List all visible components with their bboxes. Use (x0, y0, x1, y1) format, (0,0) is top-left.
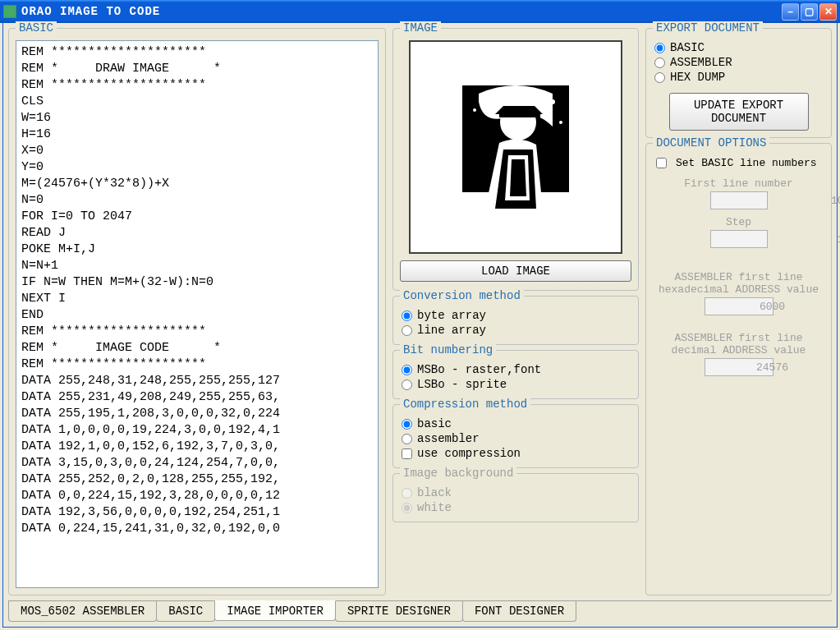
close-button[interactable]: ✕ (819, 3, 837, 21)
conversion-byte-array-option[interactable]: byte array (400, 308, 631, 323)
conversion-line-array-option[interactable]: line array (400, 323, 631, 338)
conversion-legend: Conversion method (400, 289, 524, 302)
export-assembler-radio[interactable] (654, 57, 665, 68)
right-column: EXPORT DOCUMENT BASIC ASSEMBLER HEX DUMP… (645, 28, 832, 596)
set-line-numbers-checkbox[interactable] (656, 158, 667, 168)
bitnum-lsbo-label: LSBo - sprite (417, 378, 507, 391)
export-assembler-option[interactable]: ASSEMBLER (653, 55, 824, 70)
compression-legend: Compression method (400, 398, 530, 411)
compression-method-group: Compression method basic assembler use c… (392, 404, 639, 468)
svg-point-5 (559, 121, 562, 124)
export-basic-radio[interactable] (654, 43, 665, 53)
conversion-line-array-label: line array (417, 324, 486, 337)
svg-point-3 (550, 99, 555, 104)
window-title: ORAO IMAGE TO CODE (21, 5, 782, 18)
export-hexdump-label: HEX DUMP (670, 71, 725, 84)
background-black-label: black (417, 486, 452, 499)
asm-hex-input (705, 298, 841, 315)
bitnum-msbo-label: MSBo - raster,font (417, 363, 541, 376)
first-line-input-wrap: ▲▼ (710, 191, 768, 209)
conversion-line-array-radio[interactable] (402, 325, 412, 336)
svg-rect-2 (499, 113, 540, 117)
first-line-label: First line number (653, 177, 824, 190)
asm-dec-input-wrap: ▲▼ (705, 358, 773, 376)
app-icon (3, 5, 16, 18)
document-options-group: DOCUMENT OPTIONS Set BASIC line numbers … (645, 143, 832, 596)
image-preview (409, 40, 622, 254)
first-line-input (711, 192, 841, 209)
update-export-button[interactable]: UPDATE EXPORT DOCUMENT (669, 93, 809, 131)
minimize-button[interactable]: – (782, 3, 799, 21)
titlebar: ORAO IMAGE TO CODE – ▢ ✕ (0, 0, 840, 23)
bit-numbering-group: Bit numbering MSBo - raster,font LSBo - … (392, 350, 639, 399)
window-controls: – ▢ ✕ (782, 3, 837, 21)
asm-dec-input (705, 359, 841, 375)
bitnum-msbo-radio[interactable] (402, 365, 412, 375)
compression-basic-label: basic (417, 417, 452, 430)
export-hexdump-option[interactable]: HEX DUMP (653, 70, 824, 85)
client-area: BASIC REM ********************* REM * DR… (2, 23, 838, 628)
bitnum-msbo-option[interactable]: MSBo - raster,font (400, 362, 631, 377)
tab-sprite-designer[interactable]: SPRITE DESIGNER (335, 601, 463, 622)
background-white-option: white (400, 500, 631, 515)
compression-assembler-label: assembler (417, 432, 480, 445)
left-column: BASIC REM ********************* REM * DR… (8, 28, 386, 596)
use-compression-checkbox[interactable] (402, 448, 412, 459)
maximize-button[interactable]: ▢ (801, 3, 818, 21)
bitnum-lsbo-option[interactable]: LSBo - sprite (400, 377, 631, 392)
conversion-byte-array-radio[interactable] (402, 310, 412, 321)
svg-point-4 (473, 108, 476, 112)
tab-mos6502-assembler[interactable]: MOS_6502 ASSEMBLER (8, 601, 157, 622)
export-document-group: EXPORT DOCUMENT BASIC ASSEMBLER HEX DUMP… (645, 28, 832, 138)
asm-dec-label: ASSEMBLER first line decimal ADDRESS val… (653, 332, 824, 356)
bitnum-lsbo-radio[interactable] (402, 379, 412, 390)
set-line-numbers-option[interactable]: Set BASIC line numbers (653, 155, 824, 171)
image-group: IMAGE (392, 28, 639, 291)
export-basic-option[interactable]: BASIC (653, 40, 824, 55)
background-white-label: white (417, 501, 452, 514)
background-black-option: black (400, 485, 631, 500)
load-image-button[interactable]: LOAD IMAGE (400, 260, 631, 282)
asm-hex-input-wrap (705, 297, 773, 315)
use-compression-label: use compression (417, 447, 521, 460)
step-input-wrap: ▲▼ (710, 230, 768, 248)
basic-group: BASIC REM ********************* REM * DR… (8, 28, 386, 596)
basic-legend: BASIC (16, 21, 57, 34)
background-white-radio (402, 503, 412, 513)
background-legend: Image background (400, 467, 516, 480)
step-input (711, 231, 841, 247)
docopts-legend: DOCUMENT OPTIONS (653, 136, 769, 149)
set-line-numbers-label: Set BASIC line numbers (676, 158, 817, 169)
preview-graphic (454, 77, 577, 217)
conversion-byte-array-label: byte array (417, 309, 486, 322)
step-label: Step (653, 216, 824, 228)
background-black-radio (402, 488, 412, 499)
export-hexdump-radio[interactable] (654, 72, 665, 83)
main-panels: BASIC REM ********************* REM * DR… (8, 28, 832, 596)
bottom-tabs: MOS_6502 ASSEMBLER BASIC IMAGE IMPORTER … (8, 600, 832, 622)
middle-column: IMAGE (392, 28, 639, 596)
image-legend: IMAGE (400, 21, 441, 34)
tab-image-importer[interactable]: IMAGE IMPORTER (214, 600, 336, 621)
export-legend: EXPORT DOCUMENT (653, 21, 763, 34)
compression-basic-option[interactable]: basic (400, 416, 631, 431)
export-assembler-label: ASSEMBLER (670, 56, 732, 69)
export-basic-label: BASIC (670, 41, 705, 54)
use-compression-option[interactable]: use compression (400, 446, 631, 461)
tab-font-designer[interactable]: FONT DESIGNER (462, 601, 576, 622)
conversion-method-group: Conversion method byte array line array (392, 296, 639, 345)
compression-assembler-radio[interactable] (402, 434, 412, 444)
tab-basic[interactable]: BASIC (156, 601, 215, 622)
bitnum-legend: Bit numbering (400, 343, 496, 356)
compression-assembler-option[interactable]: assembler (400, 431, 631, 446)
basic-code-textarea[interactable]: REM ********************* REM * DRAW IMA… (16, 41, 378, 587)
asm-hex-label: ASSEMBLER first line hexadecimal ADDRESS… (653, 271, 824, 296)
image-background-group: Image background black white (392, 473, 639, 522)
basic-code-frame: REM ********************* REM * DRAW IMA… (16, 40, 379, 588)
compression-basic-radio[interactable] (402, 419, 412, 430)
